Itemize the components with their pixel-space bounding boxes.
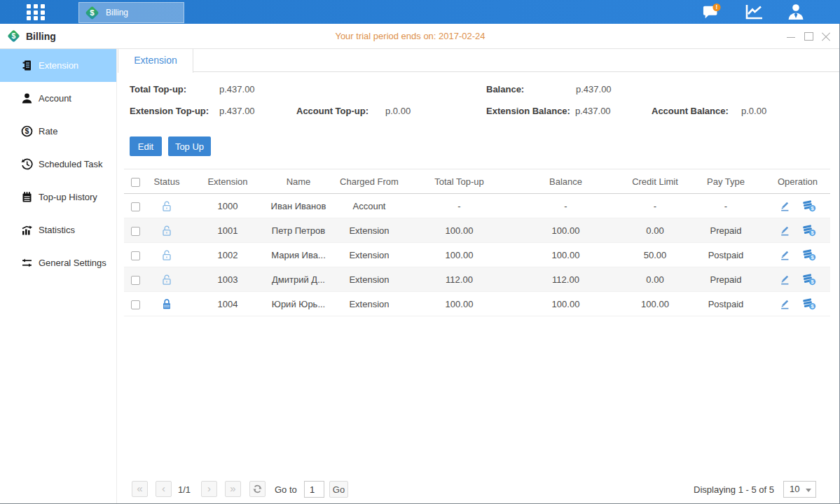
trial-message: Your trial period ends on: 2017-02-24 xyxy=(0,24,820,49)
sidebar-item-general-settings[interactable]: General Settings xyxy=(0,246,116,279)
displaying-text: Displaying 1 - 5 of 5 xyxy=(694,484,774,495)
edit-row-icon[interactable] xyxy=(779,248,792,261)
extension-topup-label: Extension Top-up: xyxy=(130,106,209,116)
topup-history-icon xyxy=(21,191,33,203)
unlocked-status-icon[interactable] xyxy=(161,248,172,259)
unlocked-status-icon[interactable] xyxy=(161,273,172,284)
unlocked-status-icon[interactable] xyxy=(161,224,172,234)
extension-balance-value: p.437.00 xyxy=(575,106,611,116)
cell-pay-type: - xyxy=(687,201,765,211)
edit-row-icon[interactable] xyxy=(779,200,792,212)
sidebar: Extension Account $ Rate Scheduled Task xyxy=(0,49,117,504)
table-row: 1003Дмитрий Д...Extension112.00112.000.0… xyxy=(124,267,830,292)
cell-total-topup: 100.00 xyxy=(411,299,508,309)
cell-total-topup: 100.00 xyxy=(411,225,508,236)
statistics-chart-icon[interactable] xyxy=(745,3,763,21)
window-title: Billing xyxy=(26,31,56,42)
cell-extension: 1002 xyxy=(186,250,269,260)
close-button[interactable] xyxy=(821,31,831,41)
billing-dollar-icon: $ xyxy=(84,5,100,21)
cell-name: Петр Петров xyxy=(269,225,328,236)
goto-page-input[interactable] xyxy=(304,481,324,498)
svg-text:$: $ xyxy=(25,127,29,135)
svg-text:$: $ xyxy=(12,31,16,40)
sidebar-item-extension[interactable]: Extension xyxy=(0,49,116,82)
table-row: 1000Иван ИвановAccount----$ xyxy=(124,194,830,218)
cell-extension: 1001 xyxy=(186,225,269,236)
select-all-checkbox[interactable] xyxy=(131,178,140,187)
cell-pay-type: Postpaid xyxy=(687,250,765,260)
topup-row-icon[interactable]: $ xyxy=(802,248,816,261)
cell-credit-limit: 0.00 xyxy=(624,225,687,236)
cell-charged-from: Extension xyxy=(328,250,411,260)
topbar: $ Billing ! xyxy=(0,0,840,24)
user-account-icon[interactable] xyxy=(787,3,805,21)
cell-extension: 1004 xyxy=(186,299,269,309)
first-page-button[interactable]: « xyxy=(132,481,148,497)
cell-credit-limit: 50.00 xyxy=(624,250,687,260)
row-checkbox[interactable] xyxy=(131,227,140,236)
edit-button[interactable]: Edit xyxy=(130,136,162,156)
sidebar-item-account[interactable]: Account xyxy=(0,82,116,115)
last-page-button[interactable]: » xyxy=(225,481,241,497)
app-grid-icon[interactable] xyxy=(27,4,47,21)
refresh-button[interactable] xyxy=(249,481,266,497)
topup-row-icon[interactable]: $ xyxy=(802,298,816,310)
minimize-button[interactable] xyxy=(786,31,796,41)
statistics-icon xyxy=(21,224,33,236)
row-checkbox[interactable] xyxy=(131,300,140,309)
table-row: 1004Юрий Юрь...Extension100.00100.00100.… xyxy=(124,292,830,316)
cell-name: Мария Ива... xyxy=(269,250,328,260)
dropdown-caret-icon xyxy=(806,489,811,492)
tab-extension[interactable]: Extension xyxy=(118,49,193,73)
balance-value: p.437.00 xyxy=(576,84,612,94)
unlocked-status-icon[interactable] xyxy=(161,200,172,210)
account-topup-label: Account Top-up: xyxy=(296,106,369,116)
table-header: Status Extension Name Charged From Total… xyxy=(124,169,830,194)
cell-extension: 1000 xyxy=(186,201,269,211)
edit-row-icon[interactable] xyxy=(779,273,792,286)
sidebar-item-topup-history[interactable]: Top-up History xyxy=(0,181,116,214)
table-row: 1002Мария Ива...Extension100.00100.0050.… xyxy=(124,243,830,267)
notifications-icon[interactable]: ! xyxy=(703,3,721,21)
edit-row-icon[interactable] xyxy=(779,298,792,310)
sidebar-item-scheduled-task[interactable]: Scheduled Task xyxy=(0,148,116,181)
locked-status-icon[interactable] xyxy=(161,298,172,308)
svg-text:!: ! xyxy=(716,4,718,10)
cell-total-topup: 112.00 xyxy=(411,274,508,285)
next-page-button[interactable]: › xyxy=(201,481,217,497)
cell-charged-from: Extension xyxy=(328,274,411,285)
topup-row-icon[interactable]: $ xyxy=(802,224,816,237)
cell-pay-type: Postpaid xyxy=(687,299,765,309)
account-topup-value: p.0.00 xyxy=(385,106,411,116)
cell-balance: - xyxy=(508,201,624,211)
total-topup-label: Total Top-up: xyxy=(130,84,186,94)
maximize-button[interactable] xyxy=(804,31,813,41)
prev-page-button[interactable]: ‹ xyxy=(156,481,172,497)
top-up-button[interactable]: Top Up xyxy=(168,136,211,156)
cell-pay-type: Prepaid xyxy=(687,225,765,236)
titlebar: Your trial period ends on: 2017-02-24 $ … xyxy=(0,24,840,49)
row-checkbox[interactable] xyxy=(131,202,140,211)
extension-topup-value: p.437.00 xyxy=(219,106,255,116)
sidebar-item-rate[interactable]: $ Rate xyxy=(0,115,116,148)
pagination-bar: « ‹ 1/1 › » Go to Go Displaying 1 - 5 of… xyxy=(118,481,840,498)
sidebar-item-statistics[interactable]: Statistics xyxy=(0,214,116,246)
cell-extension: 1003 xyxy=(186,274,269,285)
topup-row-icon[interactable]: $ xyxy=(802,200,816,212)
cell-name: Иван Иванов xyxy=(269,201,328,211)
row-checkbox[interactable] xyxy=(131,251,140,260)
go-button[interactable]: Go xyxy=(329,481,348,498)
app-icon: $ xyxy=(6,29,21,43)
cell-charged-from: Extension xyxy=(328,299,411,309)
edit-row-icon[interactable] xyxy=(779,224,792,237)
taskbar-tab-billing[interactable]: $ Billing xyxy=(78,2,184,23)
cell-total-topup: - xyxy=(411,201,508,211)
page-indicator: 1/1 xyxy=(178,484,191,495)
page-size-select[interactable]: 10 xyxy=(783,481,816,498)
row-checkbox[interactable] xyxy=(131,276,140,285)
taskbar-tab-label: Billing xyxy=(106,8,128,18)
topup-row-icon[interactable]: $ xyxy=(802,273,816,286)
account-balance-label: Account Balance: xyxy=(652,106,729,116)
cell-charged-from: Extension xyxy=(328,225,411,236)
